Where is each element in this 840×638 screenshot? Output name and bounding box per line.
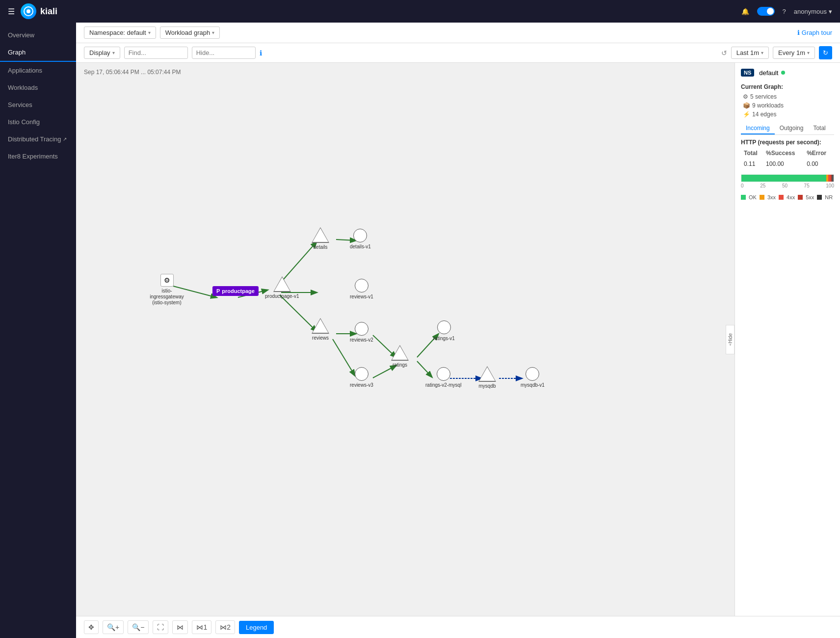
external-link-icon: ↗: [63, 136, 67, 142]
node-reviews[interactable]: reviews: [312, 318, 329, 341]
graph-type-chevron: ▾: [212, 30, 214, 35]
node-reviews-v2[interactable]: reviews-v2: [350, 322, 373, 343]
node-productpage[interactable]: P productpage: [212, 286, 259, 296]
node-mysqdb[interactable]: mysqdb: [478, 366, 496, 389]
success-value: 100.00: [764, 159, 804, 169]
topnav: ☰ kiali 🔔 ? anonymous ▾: [0, 0, 840, 23]
http-data-row: 0.11 100.00 0.00: [742, 159, 833, 169]
chart-legend: OK 3xx 4xx 5xx NR: [741, 194, 834, 200]
logo-icon: [21, 3, 36, 19]
node-shape: [353, 229, 367, 242]
display-dropdown[interactable]: Display ▾: [84, 47, 120, 59]
sidebar-item-distributed-tracing[interactable]: Distributed Tracing ↗: [0, 131, 76, 148]
node-productpage-v1[interactable]: productpage-v1: [265, 276, 299, 299]
toolbar-row2: Display ▾ ℹ ↺ Last 1m ▾ Every 1m ▾ ↻: [76, 43, 840, 63]
info-icon: ℹ: [797, 29, 800, 36]
node-shape: [437, 320, 451, 334]
brand-name: kiali: [40, 6, 57, 17]
node-ratings-v2-mysql[interactable]: ratings-v2-mysql: [425, 367, 461, 388]
namespace-name: default: [759, 69, 778, 77]
hide-label: Hide: [728, 333, 733, 344]
edges-icon: ⚡: [743, 111, 750, 118]
hide-panel-toggle[interactable]: Hide »: [726, 325, 735, 354]
tab-total[interactable]: Total: [808, 123, 830, 134]
workloads-stat: 📦 9 workloads: [741, 102, 834, 109]
node-reviews-v1[interactable]: reviews-v1: [350, 279, 373, 300]
refresh-button[interactable]: ↻: [819, 46, 832, 59]
graph-tour-link[interactable]: ℹ Graph tour: [797, 29, 832, 36]
services-icon: ⚙: [743, 93, 748, 100]
user-menu[interactable]: anonymous ▾: [794, 8, 832, 15]
last-interval-dropdown[interactable]: Last 1m ▾: [731, 47, 769, 59]
node-ratings[interactable]: ratings: [391, 345, 409, 368]
fit-button[interactable]: ⛶: [153, 620, 168, 634]
col-total: Total: [742, 149, 763, 158]
zoom-in-button[interactable]: 🔍+: [103, 620, 124, 634]
node-details-v1[interactable]: details-v1: [350, 229, 371, 250]
node-label: reviews-v1: [350, 294, 373, 300]
node-shape: [355, 279, 368, 292]
every-interval-dropdown[interactable]: Every 1m ▾: [773, 47, 815, 59]
every-interval-chevron: ▾: [807, 50, 810, 55]
node-label: mysqdb-v1: [521, 382, 545, 388]
sidebar-item-iter8[interactable]: Iter8 Experiments: [0, 148, 76, 165]
legend-3xx-label: 3xx: [767, 194, 776, 200]
legend-ok-dot: [741, 195, 746, 200]
node-reviews-v3[interactable]: reviews-v3: [350, 367, 373, 388]
notification-icon[interactable]: 🔔: [741, 8, 749, 15]
topnav-actions: 🔔 ? anonymous ▾: [741, 7, 832, 16]
node-mysqdb-v1[interactable]: mysqdb-v1: [521, 367, 545, 388]
hide-input[interactable]: [192, 47, 256, 59]
hide-arrows: »: [728, 344, 733, 346]
layout-2-button[interactable]: ⋈2: [215, 620, 235, 634]
panel-header: NS default: [741, 69, 834, 77]
content-area: Namespace: default ▾ Workload graph ▾ ℹ …: [76, 23, 840, 638]
node-ratings-v1[interactable]: ratings-v1: [433, 320, 455, 342]
namespace-dropdown[interactable]: Namespace: default ▾: [84, 27, 156, 39]
layout-1-button[interactable]: ⋈1: [192, 620, 211, 634]
legend-button[interactable]: Legend: [239, 621, 274, 634]
zoom-out-button[interactable]: 🔍−: [128, 620, 149, 634]
graph-type-dropdown[interactable]: Workload graph ▾: [160, 27, 220, 39]
node-istio-ingressgateway[interactable]: ⚙ istio-ingressgateway(istio-system): [145, 274, 189, 306]
legend-5xx-label: 5xx: [806, 194, 814, 200]
sidebar-item-overview[interactable]: Overview: [0, 27, 76, 44]
sidebar-item-workloads[interactable]: Workloads: [0, 79, 76, 96]
node-shape: [355, 367, 368, 381]
logo: kiali: [21, 3, 57, 19]
legend-ok-label: OK: [749, 194, 757, 200]
node-box: P productpage: [212, 286, 259, 296]
http-title: HTTP (requests per second):: [741, 139, 834, 146]
node-shape: [355, 322, 368, 336]
node-label: ratings-v2-mysql: [425, 382, 461, 388]
sidebar-item-applications[interactable]: Applications: [0, 62, 76, 79]
node-label: mysqdb: [478, 383, 496, 389]
bar-row: [741, 174, 834, 182]
current-graph-label: Current Graph:: [741, 83, 834, 90]
sidebar-item-services[interactable]: Services: [0, 96, 76, 113]
pan-button[interactable]: ✥: [84, 620, 99, 634]
graph-arrows: [76, 63, 735, 616]
col-error: %Error: [805, 149, 833, 158]
node-details[interactable]: details: [312, 227, 329, 250]
bottom-toolbar: ✥ 🔍+ 🔍− ⛶ ⋈ ⋈1 ⋈2 Legend: [76, 616, 840, 638]
tab-incoming[interactable]: Incoming: [741, 123, 775, 134]
graph-canvas[interactable]: Sep 17, 05:06:44 PM ... 05:07:44 PM: [76, 63, 735, 616]
legend-4xx-label: 4xx: [787, 194, 795, 200]
svg-line-6: [280, 295, 316, 331]
help-icon[interactable]: ?: [783, 8, 786, 15]
toolbar-row1: Namespace: default ▾ Workload graph ▾ ℹ …: [76, 23, 840, 43]
layout-button[interactable]: ⋈: [172, 620, 188, 634]
bar-chart: 0 25 50 75 100: [741, 174, 834, 188]
sidebar-item-graph[interactable]: Graph: [0, 44, 76, 62]
edges-stat: ⚡ 14 edges: [741, 111, 834, 118]
tab-outgoing[interactable]: Outgoing: [775, 123, 809, 134]
toggle-switch[interactable]: [757, 7, 775, 16]
menu-icon[interactable]: ☰: [8, 7, 15, 16]
node-shape: [437, 367, 450, 381]
sidebar-item-istio-config[interactable]: Istio Config: [0, 113, 76, 131]
bar-ok: [741, 175, 826, 182]
refresh-btn-icon: ↻: [823, 49, 828, 56]
display-chevron: ▾: [112, 50, 115, 55]
find-input[interactable]: [124, 47, 188, 59]
